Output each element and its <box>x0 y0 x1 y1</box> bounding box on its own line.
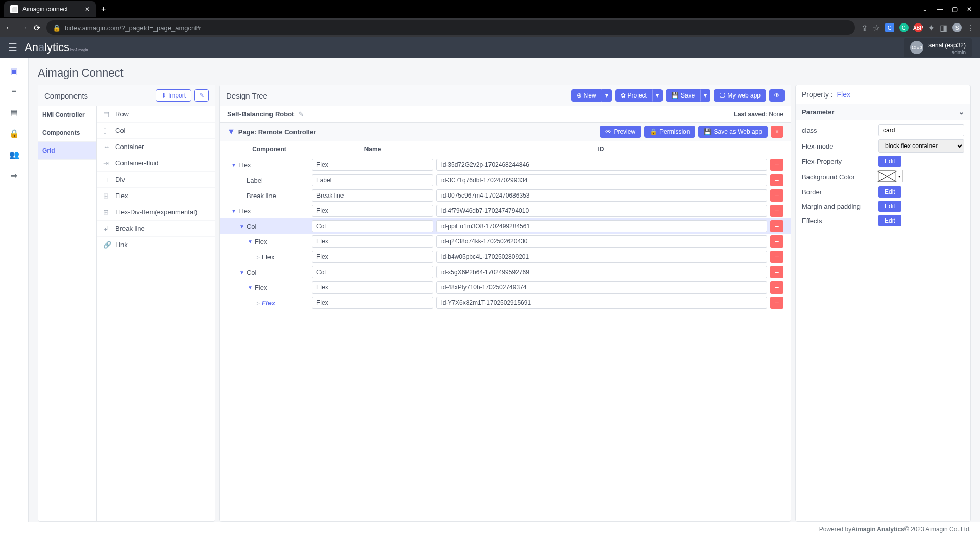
preview-button[interactable]: 👁Preview <box>600 126 641 138</box>
bgcolor-picker[interactable]: ▾ <box>878 170 903 182</box>
edit-components-button[interactable]: ✎ <box>194 89 209 102</box>
tree-id-input[interactable] <box>436 251 767 263</box>
permission-button[interactable]: 🔒Permission <box>644 126 695 138</box>
tree-id-input[interactable] <box>436 159 767 171</box>
tree-row[interactable]: ▼Flex− <box>220 157 791 173</box>
caret-down-icon[interactable]: ▼ <box>239 270 244 275</box>
tree-row[interactable]: ▼Flex− <box>220 203 791 218</box>
tree-name-input[interactable] <box>312 205 433 217</box>
delete-row-button[interactable]: − <box>770 174 783 186</box>
hamburger-icon[interactable]: ☰ <box>8 41 17 54</box>
flexprop-edit-button[interactable]: Edit <box>878 156 901 167</box>
tree-row[interactable]: ▷Flex− <box>220 249 791 264</box>
tree-row[interactable]: ▼Flex− <box>220 234 791 249</box>
new-dropdown[interactable]: ▾ <box>602 89 612 102</box>
delete-row-button[interactable]: − <box>770 235 783 248</box>
user-menu[interactable]: 12 x 3 senal (esp32) admin <box>904 38 972 57</box>
caret-down-icon[interactable]: ▼ <box>248 285 253 290</box>
minimize-icon[interactable]: — <box>937 6 943 13</box>
rail-database-icon[interactable]: ≡ <box>12 87 16 96</box>
tree-row[interactable]: ▼Col− <box>220 264 791 280</box>
profile-avatar-icon[interactable]: S <box>952 23 962 32</box>
component-item[interactable]: ◻Div <box>97 172 215 188</box>
caret-down-icon[interactable]: ▼ <box>248 239 253 245</box>
project-dropdown[interactable]: ▾ <box>652 89 663 102</box>
tree-name-input[interactable] <box>312 281 433 294</box>
tree-id-input[interactable] <box>436 235 767 248</box>
effects-edit-button[interactable]: Edit <box>878 215 901 226</box>
maximize-icon[interactable]: ▢ <box>952 6 958 13</box>
caret-right-icon[interactable]: ▷ <box>256 300 260 306</box>
tree-name-input[interactable] <box>312 220 433 232</box>
tree-name-input[interactable] <box>312 189 433 202</box>
delete-row-button[interactable]: − <box>770 220 783 232</box>
chevron-down-icon[interactable]: ▾ <box>895 170 902 182</box>
tree-row[interactable]: Label− <box>220 173 791 188</box>
ext-grammarly-icon[interactable]: G <box>899 23 909 32</box>
component-item[interactable]: ↔Container <box>97 139 215 155</box>
component-item[interactable]: ▤Row <box>97 106 215 123</box>
tree-name-input[interactable] <box>312 159 433 171</box>
delete-row-button[interactable]: − <box>770 189 783 202</box>
close-window-icon[interactable]: ✕ <box>967 6 972 13</box>
saveas-webapp-button[interactable]: 💾Save as Web app <box>698 126 768 138</box>
import-button[interactable]: ⬇Import <box>156 89 191 102</box>
tree-id-input[interactable] <box>436 189 767 202</box>
tree-id-input[interactable] <box>436 281 767 294</box>
tree-row[interactable]: ▷Flex− <box>220 295 791 310</box>
tree-id-input[interactable] <box>436 297 767 309</box>
caret-down-icon[interactable]: ▼ <box>227 127 235 136</box>
close-icon[interactable]: ✕ <box>85 6 90 13</box>
component-item[interactable]: ⊞Flex <box>97 188 215 204</box>
tree-id-input[interactable] <box>436 174 767 186</box>
margin-edit-button[interactable]: Edit <box>878 201 901 212</box>
component-item[interactable]: ↲Break line <box>97 221 215 237</box>
extensions-icon[interactable]: ✦ <box>928 23 935 33</box>
sidepanel-icon[interactable]: ◨ <box>940 23 947 33</box>
chevron-down-icon[interactable]: ⌄ <box>922 6 927 13</box>
tree-name-input[interactable] <box>312 235 433 248</box>
delete-row-button[interactable]: − <box>770 205 783 217</box>
category-item[interactable]: Grid <box>38 142 96 160</box>
chevron-down-icon[interactable]: ⌄ <box>959 108 964 116</box>
delete-row-button[interactable]: − <box>770 281 783 294</box>
delete-row-button[interactable]: − <box>770 297 783 309</box>
browser-tab[interactable]: ⬜ Aimagin connect ✕ <box>4 1 96 17</box>
caret-right-icon[interactable]: ▷ <box>256 254 260 260</box>
new-button[interactable]: ⊕New <box>571 89 602 102</box>
tree-name-input[interactable] <box>312 297 433 309</box>
tree-id-input[interactable] <box>436 220 767 232</box>
component-item[interactable]: ⇥Container-fluid <box>97 155 215 172</box>
tree-name-input[interactable] <box>312 174 433 186</box>
component-item[interactable]: ▯Col <box>97 123 215 139</box>
tree-name-input[interactable] <box>312 251 433 263</box>
view-button[interactable]: 👁 <box>769 89 785 102</box>
new-tab-button[interactable]: + <box>96 5 111 14</box>
address-bar[interactable]: 🔒 bidev.aimagin.com/?_pageId=_page_amgcn… <box>46 20 855 35</box>
rail-users-icon[interactable]: 👥 <box>9 150 19 159</box>
back-icon[interactable]: ← <box>5 23 13 32</box>
ext-abp-icon[interactable]: ABP <box>914 23 923 32</box>
class-input[interactable] <box>878 124 964 136</box>
tree-id-input[interactable] <box>436 266 767 278</box>
edit-name-icon[interactable]: ✎ <box>298 110 304 118</box>
save-dropdown[interactable]: ▾ <box>700 89 710 102</box>
caret-down-icon[interactable]: ▼ <box>231 208 236 214</box>
border-edit-button[interactable]: Edit <box>878 186 901 198</box>
delete-row-button[interactable]: − <box>770 266 783 278</box>
rail-lock-icon[interactable]: 🔒 <box>9 129 19 138</box>
category-item[interactable]: Components <box>38 124 96 142</box>
project-button[interactable]: ✿Project <box>615 89 652 102</box>
tree-row[interactable]: ▼Col− <box>220 218 791 234</box>
flexmode-select[interactable]: block flex container <box>878 139 964 153</box>
caret-down-icon[interactable]: ▼ <box>239 224 244 229</box>
rail-logout-icon[interactable]: ➡ <box>11 170 17 180</box>
component-item[interactable]: 🔗Link <box>97 237 215 253</box>
close-page-button[interactable]: × <box>771 126 783 138</box>
reload-icon[interactable]: ⟳ <box>34 23 40 33</box>
menu-dots-icon[interactable]: ⋮ <box>967 23 975 33</box>
ext-translate-icon[interactable]: G <box>885 23 894 32</box>
tree-row[interactable]: Break line− <box>220 188 791 203</box>
forward-icon[interactable]: → <box>19 23 28 32</box>
star-icon[interactable]: ☆ <box>873 23 880 33</box>
